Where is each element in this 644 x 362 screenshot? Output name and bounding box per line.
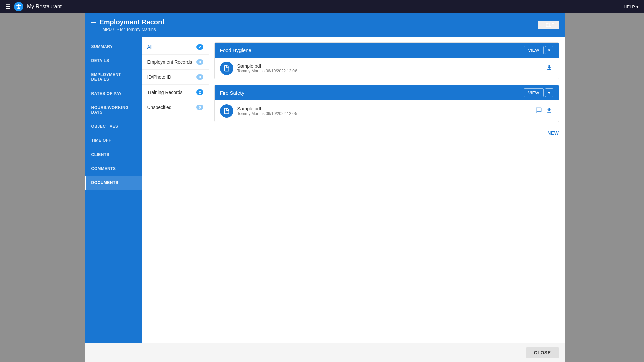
doc-category-fire-safety: Fire SafetyVIEW▾Sample.pdfTommy Martins.… — [214, 85, 559, 122]
doc-category-actions-fire-safety: VIEW▾ — [524, 88, 553, 97]
sidebar-item-rates-of-pay[interactable]: RATES OF PAY — [85, 86, 142, 101]
sidebar-item-time-off[interactable]: TIME OFF — [85, 133, 142, 147]
sub-nav-badge-employment-records: 0 — [196, 59, 203, 65]
sub-nav-badge-all: 2 — [196, 44, 203, 50]
modal-menu-icon[interactable]: ☰ — [90, 21, 96, 29]
sidebar-item-employment-details[interactable]: EMPLOYMENT DETAILS — [85, 68, 142, 86]
modal-subtitle: EMP001 - Mr Tommy Martins — [100, 27, 156, 32]
sidebar-item-objectives[interactable]: OBJECTIVES — [85, 119, 142, 133]
view-button-fire-safety[interactable]: VIEW — [524, 88, 543, 97]
doc-meta-doc2: Tommy Martins.06/10/2022 12:05 — [237, 111, 531, 116]
sub-nav-item-training-records[interactable]: Training Records2 — [142, 85, 209, 100]
content-panels: All2Employment Records0ID/Photo ID0Train… — [142, 37, 565, 343]
doc-file-icon-doc1 — [220, 62, 233, 75]
sub-nav-item-all[interactable]: All2 — [142, 40, 209, 55]
modal-header: ☰ Employment Record EMP001 - Mr Tommy Ma… — [85, 13, 565, 37]
modal-title-block: Employment Record EMP001 - Mr Tommy Mart… — [100, 18, 165, 32]
modal-title: Employment Record — [100, 18, 165, 26]
doc-category-actions-food-hygiene: VIEW▾ — [524, 46, 553, 54]
modal-help-button[interactable]: HELP — [538, 21, 559, 29]
doc-category-food-hygiene: Food HygieneVIEW▾Sample.pdfTommy Martins… — [214, 42, 559, 79]
doc-category-title-fire-safety: Fire Safety — [220, 90, 245, 96]
sub-nav: All2Employment Records0ID/Photo ID0Train… — [142, 37, 209, 343]
sub-nav-label-all: All — [147, 44, 153, 50]
sub-nav-badge-id-photo-id: 0 — [196, 74, 203, 80]
modal-body: SUMMARYDETAILSEMPLOYMENT DETAILSRATES OF… — [85, 37, 565, 343]
sub-nav-label-unspecified: Unspecified — [147, 105, 172, 110]
modal-header-left: ☰ Employment Record EMP001 - Mr Tommy Ma… — [90, 18, 165, 32]
close-button[interactable]: CLOSE — [526, 347, 559, 358]
comment-button-doc2[interactable] — [535, 106, 543, 116]
employment-record-modal: ☰ Employment Record EMP001 - Mr Tommy Ma… — [85, 13, 565, 362]
doc-info-doc1: Sample.pdfTommy Martins.06/10/2022 12:06 — [237, 63, 541, 73]
new-button[interactable]: NEW — [547, 130, 559, 136]
top-nav-help-button[interactable]: HELP ▾ — [624, 4, 639, 9]
documents-area: Food HygieneVIEW▾Sample.pdfTommy Martins… — [209, 37, 565, 343]
top-nav-left: ☰ My Restaurant — [5, 2, 62, 11]
new-btn-container: NEW — [214, 127, 559, 139]
doc-item-doc1: Sample.pdfTommy Martins.06/10/2022 12:06 — [215, 58, 559, 79]
view-button-food-hygiene[interactable]: VIEW — [524, 46, 543, 54]
doc-file-icon-doc2 — [220, 104, 233, 118]
doc-info-doc2: Sample.pdfTommy Martins.06/10/2022 12:05 — [237, 106, 531, 116]
dropdown-button-fire-safety[interactable]: ▾ — [545, 88, 553, 97]
sidebar-item-hours-working-days[interactable]: HOURS/WORKING DAYS — [85, 101, 142, 119]
sub-nav-label-id-photo-id: ID/Photo ID — [147, 74, 171, 80]
sub-nav-badge-unspecified: 0 — [196, 105, 203, 110]
doc-name-doc1: Sample.pdf — [237, 63, 541, 69]
doc-category-header-fire-safety: Fire SafetyVIEW▾ — [215, 85, 559, 100]
app-title: My Restaurant — [27, 4, 62, 10]
sub-nav-badge-training-records: 2 — [196, 89, 203, 95]
sidebar-item-comments[interactable]: COMMENTS — [85, 162, 142, 176]
doc-actions-doc2 — [535, 106, 553, 116]
doc-meta-doc1: Tommy Martins.06/10/2022 12:06 — [237, 69, 541, 73]
sidebar-item-clients[interactable]: CLIENTS — [85, 147, 142, 162]
doc-actions-doc1 — [545, 64, 553, 73]
download-button-doc2[interactable] — [545, 106, 553, 116]
hamburger-icon[interactable]: ☰ — [5, 3, 11, 10]
sidebar-nav: SUMMARYDETAILSEMPLOYMENT DETAILSRATES OF… — [85, 37, 142, 343]
sub-nav-item-unspecified[interactable]: Unspecified0 — [142, 100, 209, 115]
sub-nav-item-employment-records[interactable]: Employment Records0 — [142, 55, 209, 70]
doc-item-doc2: Sample.pdfTommy Martins.06/10/2022 12:05 — [215, 100, 559, 122]
doc-category-title-food-hygiene: Food Hygiene — [220, 47, 251, 53]
doc-name-doc2: Sample.pdf — [237, 106, 531, 111]
dropdown-button-food-hygiene[interactable]: ▾ — [545, 46, 553, 54]
sub-nav-label-training-records: Training Records — [147, 89, 183, 95]
top-nav-bar: ☰ My Restaurant HELP ▾ — [0, 0, 644, 13]
doc-category-header-food-hygiene: Food HygieneVIEW▾ — [215, 43, 559, 58]
sidebar-item-summary[interactable]: SUMMARY — [85, 40, 142, 54]
sidebar-item-documents[interactable]: DOCUMENTS — [85, 176, 142, 190]
sub-nav-label-employment-records: Employment Records — [147, 59, 192, 65]
help-chevron-icon: ▾ — [636, 4, 639, 9]
help-label: HELP — [624, 4, 635, 9]
sidebar-item-details[interactable]: DETAILS — [85, 54, 142, 68]
download-button-doc1[interactable] — [545, 64, 553, 73]
sub-nav-item-id-photo-id[interactable]: ID/Photo ID0 — [142, 70, 209, 85]
modal-footer: CLOSE — [85, 343, 565, 362]
app-logo — [14, 2, 23, 11]
